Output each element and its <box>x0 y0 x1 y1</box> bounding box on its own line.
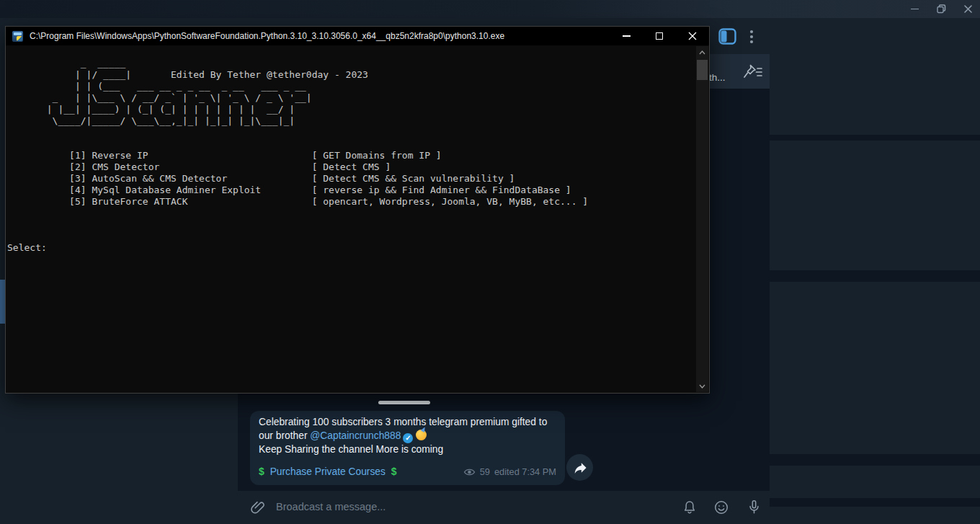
telegram-restore-button[interactable] <box>929 0 953 18</box>
panel-bottom-section[interactable] <box>770 507 980 524</box>
dollar-emoji: $ <box>391 466 397 477</box>
message-line2-prefix: our brother <box>259 430 310 441</box>
pinned-list-icon[interactable] <box>741 63 763 81</box>
share-arrow-icon <box>573 461 587 474</box>
toggle-right-column-icon[interactable] <box>718 28 736 45</box>
views-eye-icon <box>463 468 476 476</box>
console-scrollbar[interactable] <box>696 46 708 392</box>
minimize-icon <box>911 9 919 10</box>
python-icon <box>12 31 23 42</box>
console-minimize-button[interactable] <box>610 27 643 45</box>
scroll-up-icon[interactable] <box>696 46 708 58</box>
media-row-gifs[interactable]: GIF 2 GIFs <box>770 421 980 448</box>
close-icon <box>688 32 697 40</box>
scrollbar-thumb[interactable] <box>697 60 708 80</box>
minimize-icon <box>623 35 631 37</box>
emoji-icon[interactable] <box>713 499 729 515</box>
restore-icon <box>937 4 946 14</box>
attach-paperclip-icon[interactable] <box>249 499 267 516</box>
maximize-icon <box>656 32 663 40</box>
cta-row: $ Purchase Private Courses $ <box>259 465 397 479</box>
channel-message[interactable]: Celebrating 100 subscribers 3 months tel… <box>250 411 565 485</box>
verified-badge-icon: ✓ <box>403 433 413 443</box>
media-row-shared-links[interactable]: 15 shared links <box>770 394 980 421</box>
bell-icon[interactable] <box>682 499 698 516</box>
mention-link[interactable]: @Captaincrunch888 <box>310 430 401 441</box>
panel-subscribers-section[interactable]: 107 subscribers <box>770 466 980 498</box>
message-line1: Celebrating 100 subscribers 3 months tel… <box>259 417 547 427</box>
scroll-down-icon[interactable] <box>696 380 708 392</box>
share-button[interactable] <box>566 454 593 481</box>
party-face-emoji <box>416 430 427 440</box>
screen: th... Celebrating 100 subscribers 3 mont… <box>0 0 980 524</box>
console-maximize-button[interactable] <box>643 27 676 45</box>
edited-timestamp: edited 7:34 PM <box>494 466 556 479</box>
message-meta: 59 edited 7:34 PM <box>463 466 556 479</box>
media-row-posts[interactable]: 6 posts <box>770 284 980 311</box>
close-icon <box>964 5 972 13</box>
selected-chat-indicator <box>0 280 5 324</box>
console-title: C:\Program Files\WindowsApps\PythonSoftw… <box>30 31 504 41</box>
microphone-icon[interactable] <box>746 499 762 516</box>
console-close-button[interactable] <box>676 27 709 45</box>
media-row-files[interactable]: 17 files <box>770 366 980 394</box>
media-row-photos[interactable]: 10 photos <box>770 311 980 339</box>
pinned-message-text: th... <box>709 72 726 83</box>
kebab-menu-icon[interactable] <box>749 30 754 44</box>
console-titlebar[interactable]: C:\Program Files\WindowsApps\PythonSoftw… <box>6 27 709 45</box>
message-input[interactable]: Broadcast a message... <box>276 501 386 512</box>
dollar-emoji: $ <box>259 466 264 477</box>
purchase-courses-link[interactable]: Purchase Private Courses <box>270 466 386 477</box>
console-output: _ _____ | |/ ____| Edited By Tether @tet… <box>7 46 696 392</box>
composer-bar: Broadcast a message... <box>238 491 770 524</box>
python-console-window[interactable]: C:\Program Files\WindowsApps\PythonSoftw… <box>5 26 710 394</box>
telegram-minimize-button[interactable] <box>902 0 927 18</box>
media-row-videos[interactable]: 4 videos <box>770 339 980 366</box>
message-line3: Keep Sharing the channel More is coming <box>259 444 443 455</box>
views-count: 59 <box>480 466 490 479</box>
media-progress-bar <box>378 401 430 404</box>
telegram-titlebar <box>0 0 980 18</box>
panel-profile-section: 2 stories TetherSecurity 107 subscribers <box>770 18 980 135</box>
panel-info-section: t.me/tethersecurity Link Owner : @tether… <box>770 141 980 270</box>
telegram-close-button[interactable] <box>956 0 980 18</box>
